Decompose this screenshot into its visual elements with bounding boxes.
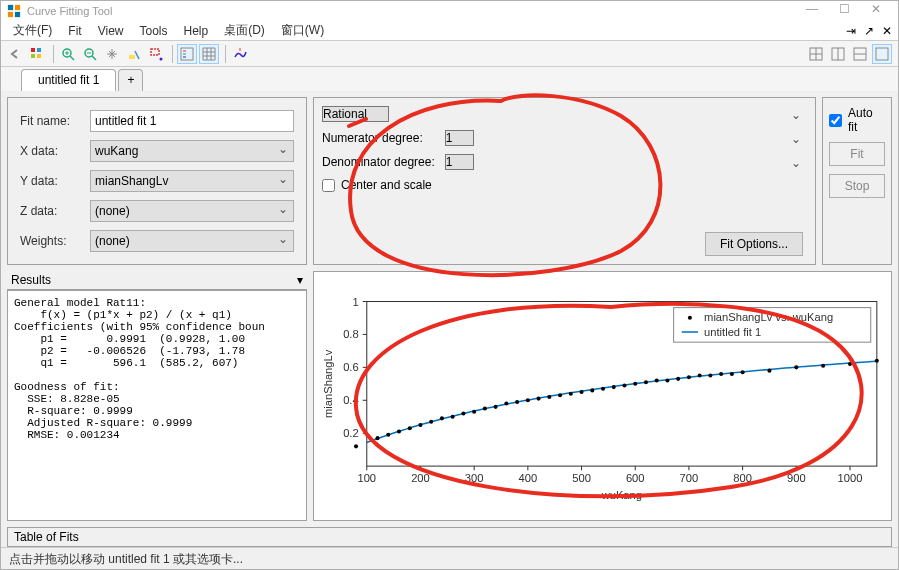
fittype-select[interactable]: Rational xyxy=(322,106,389,122)
residuals-icon[interactable] xyxy=(230,44,250,64)
stop-button[interactable]: Stop xyxy=(829,174,885,198)
svg-point-73 xyxy=(451,415,455,419)
xdata-select[interactable]: wuKang xyxy=(90,140,294,162)
svg-point-103 xyxy=(821,364,825,368)
menu-file[interactable]: 文件(F) xyxy=(5,20,60,41)
svg-rect-3 xyxy=(15,12,20,17)
svg-rect-6 xyxy=(31,54,35,58)
numerator-label: Numerator degree: xyxy=(322,131,435,145)
table-of-fits-header[interactable]: Table of Fits xyxy=(7,527,892,547)
gridtoggle-icon[interactable] xyxy=(199,44,219,64)
tab-untitled-fit-1[interactable]: untitled fit 1 xyxy=(21,69,116,91)
svg-point-98 xyxy=(719,372,723,376)
statusbar: 点击并拖动以移动 untitled fit 1 或其选项卡... xyxy=(1,547,898,569)
numerator-select[interactable]: 1 xyxy=(445,130,474,146)
close-panel-icon[interactable]: ✕ xyxy=(880,24,894,38)
svg-text:200: 200 xyxy=(411,472,430,484)
window-close-button[interactable]: ✕ xyxy=(860,2,892,20)
ydata-select[interactable]: mianShangLv xyxy=(90,170,294,192)
fit-button[interactable]: Fit xyxy=(829,142,885,166)
fit-chart[interactable]: 10020030040050060070080090010000.20.40.6… xyxy=(318,276,887,516)
svg-point-69 xyxy=(408,426,412,430)
svg-point-107 xyxy=(688,316,692,320)
fit-options-button[interactable]: Fit Options... xyxy=(705,232,803,256)
fit-tabstrip: untitled fit 1 + xyxy=(1,67,898,91)
svg-rect-5 xyxy=(37,48,41,52)
denominator-label: Denominator degree: xyxy=(322,155,435,169)
layout-2-icon[interactable] xyxy=(828,44,848,64)
svg-text:1: 1 xyxy=(352,296,358,308)
svg-point-78 xyxy=(504,402,508,406)
svg-rect-15 xyxy=(129,55,135,59)
svg-point-92 xyxy=(655,378,659,382)
prev-icon[interactable] xyxy=(5,44,25,64)
menu-help[interactable]: Help xyxy=(175,22,216,40)
svg-point-86 xyxy=(590,388,594,392)
pan-icon[interactable] xyxy=(102,44,122,64)
svg-point-65 xyxy=(354,444,358,448)
exclude-icon[interactable] xyxy=(146,44,166,64)
svg-rect-7 xyxy=(37,54,41,58)
palette-icon[interactable] xyxy=(27,44,47,64)
center-scale-label: Center and scale xyxy=(341,178,432,192)
svg-point-100 xyxy=(741,370,745,374)
svg-rect-17 xyxy=(151,49,159,55)
layout-4-icon[interactable] xyxy=(872,44,892,64)
svg-text:0.6: 0.6 xyxy=(343,361,359,373)
svg-line-9 xyxy=(70,56,74,60)
svg-text:500: 500 xyxy=(572,472,591,484)
weights-label: Weights: xyxy=(20,234,82,248)
svg-line-13 xyxy=(92,56,96,60)
dock-arrow-icon[interactable]: ⇥ xyxy=(844,24,858,38)
svg-text:wuKang: wuKang xyxy=(601,489,642,501)
svg-point-67 xyxy=(386,433,390,437)
svg-point-89 xyxy=(622,383,626,387)
results-title: Results xyxy=(11,273,51,287)
menu-tools[interactable]: Tools xyxy=(131,22,175,40)
svg-point-94 xyxy=(676,377,680,381)
center-scale-checkbox[interactable] xyxy=(322,179,335,192)
zoom-in-icon[interactable] xyxy=(58,44,78,64)
svg-point-74 xyxy=(461,411,465,415)
svg-point-81 xyxy=(537,397,541,401)
legendtoggle-icon[interactable] xyxy=(177,44,197,64)
svg-text:900: 900 xyxy=(787,472,806,484)
svg-point-102 xyxy=(794,365,798,369)
tab-add[interactable]: + xyxy=(118,69,143,91)
zoom-out-icon[interactable] xyxy=(80,44,100,64)
undock-icon[interactable]: ↗ xyxy=(862,24,876,38)
svg-text:300: 300 xyxy=(465,472,484,484)
weights-select[interactable]: (none) xyxy=(90,230,294,252)
svg-point-77 xyxy=(494,405,498,409)
svg-rect-19 xyxy=(181,48,193,60)
zdata-select[interactable]: (none) xyxy=(90,200,294,222)
window-titlebar: Curve Fitting Tool — ☐ ✕ xyxy=(1,1,898,21)
svg-point-76 xyxy=(483,406,487,410)
svg-point-80 xyxy=(526,398,530,402)
denominator-select[interactable]: 1 xyxy=(445,154,474,170)
autofit-label: Auto fit xyxy=(848,106,885,134)
fitname-input[interactable] xyxy=(90,110,294,132)
menu-desktop[interactable]: 桌面(D) xyxy=(216,20,273,41)
autofit-checkbox[interactable] xyxy=(829,114,842,127)
menu-fit[interactable]: Fit xyxy=(60,22,89,40)
svg-text:0.8: 0.8 xyxy=(343,328,359,340)
window-maximize-button[interactable]: ☐ xyxy=(828,2,860,20)
menu-view[interactable]: View xyxy=(90,22,132,40)
svg-rect-1 xyxy=(15,5,20,10)
results-dock-icon[interactable]: ▾ xyxy=(297,273,303,287)
layout-3-icon[interactable] xyxy=(850,44,870,64)
svg-point-82 xyxy=(547,395,551,399)
data-panel: Fit name: X data: wuKang Y data: mianSha… xyxy=(7,97,307,265)
svg-point-93 xyxy=(665,378,669,382)
menu-window[interactable]: 窗口(W) xyxy=(273,20,332,41)
datacursor-icon[interactable] xyxy=(124,44,144,64)
window-minimize-button[interactable]: — xyxy=(796,2,828,20)
svg-text:100: 100 xyxy=(357,472,376,484)
layout-1-icon[interactable] xyxy=(806,44,826,64)
svg-point-85 xyxy=(580,390,584,394)
svg-rect-31 xyxy=(876,48,888,60)
svg-rect-2 xyxy=(8,12,13,17)
svg-point-105 xyxy=(875,359,879,363)
svg-point-87 xyxy=(601,387,605,391)
